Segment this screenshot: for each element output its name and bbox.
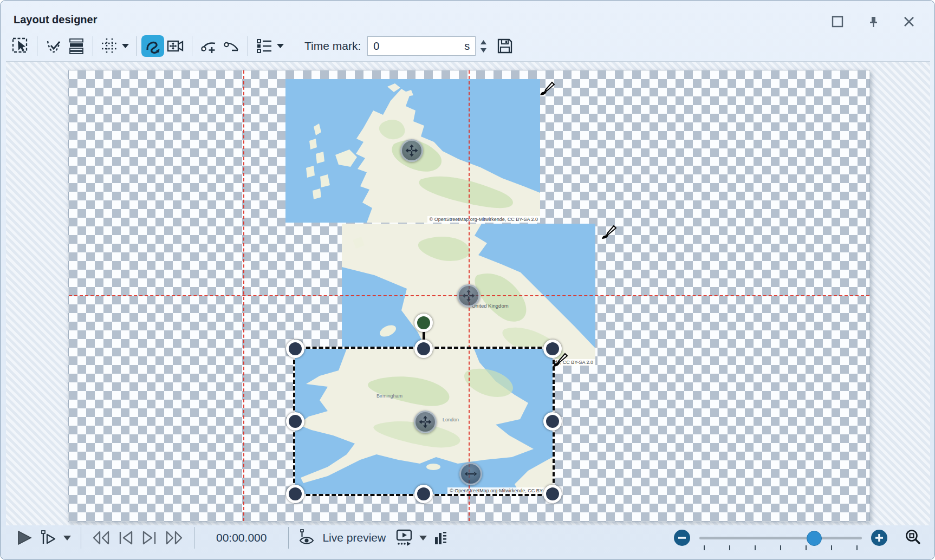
statistics-button[interactable] bbox=[433, 530, 449, 546]
remove-keypoint-icon bbox=[222, 37, 241, 55]
map-move-anchor[interactable] bbox=[400, 139, 423, 162]
to-start-icon bbox=[117, 530, 134, 545]
playback-bar: 00:00.000 Live preview bbox=[1, 522, 934, 554]
main-toolbar: Time mark: 0 s bbox=[9, 32, 926, 60]
time-mark-label: Time mark: bbox=[304, 40, 361, 53]
move-arrows-icon bbox=[404, 142, 420, 159]
fast-forward-icon bbox=[165, 530, 184, 545]
resize-handle-bottom-left[interactable] bbox=[286, 485, 304, 503]
pin-icon bbox=[867, 15, 880, 28]
time-display: 00:00.000 bbox=[216, 531, 267, 544]
zoom-fit-button[interactable] bbox=[904, 529, 923, 547]
layout-designer-window: Layout designer bbox=[0, 0, 935, 560]
horizontal-arrows-icon bbox=[463, 466, 479, 482]
object-list-dropdown-button[interactable] bbox=[277, 44, 284, 48]
preview-window-button[interactable] bbox=[395, 529, 413, 547]
eye-pin-icon bbox=[298, 529, 315, 546]
camera-pan-icon bbox=[166, 37, 185, 55]
object-list-tool-button[interactable] bbox=[253, 35, 276, 57]
motion-path-tool-button[interactable] bbox=[141, 35, 164, 57]
horizontal-resize-anchor[interactable] bbox=[459, 463, 482, 485]
play-from-mark-icon bbox=[40, 530, 57, 546]
canvas-area: © OpenStreetMap.org-Mitwirkende, CC BY-S… bbox=[6, 61, 930, 525]
toolbar-separator bbox=[248, 36, 248, 56]
toolbar-separator bbox=[37, 36, 37, 56]
maximize-icon bbox=[831, 15, 844, 28]
play-button[interactable] bbox=[16, 530, 33, 546]
live-preview-toggle[interactable] bbox=[298, 529, 315, 546]
resize-handle-mid-left[interactable] bbox=[286, 412, 304, 431]
map-attribution: © OpenStreetMap.org-Mitwirkende, CC BY-S… bbox=[427, 216, 540, 223]
next-frame-button[interactable] bbox=[141, 530, 158, 545]
remove-keypoint-tool-button[interactable] bbox=[220, 35, 243, 57]
previous-frame-button[interactable] bbox=[117, 530, 134, 545]
time-mark-unit: s bbox=[464, 40, 470, 53]
paintbrush-icon bbox=[600, 223, 618, 241]
preview-window-icon bbox=[395, 529, 413, 547]
rewind-icon bbox=[91, 530, 111, 545]
resize-handle-top-center[interactable] bbox=[414, 340, 433, 358]
chevron-down-icon bbox=[277, 44, 284, 48]
to-end-icon bbox=[141, 530, 158, 545]
resize-handle-mid-right[interactable] bbox=[543, 412, 562, 431]
bottombar-separator bbox=[288, 527, 289, 549]
select-tool-button[interactable] bbox=[9, 35, 32, 57]
chevron-down-icon bbox=[122, 44, 129, 48]
statistics-icon bbox=[433, 530, 449, 546]
add-keypoint-icon bbox=[199, 37, 218, 55]
object-list-icon bbox=[255, 37, 274, 55]
map-move-anchor[interactable] bbox=[457, 284, 480, 307]
spin-up-button[interactable] bbox=[481, 40, 486, 44]
map-move-anchor[interactable] bbox=[414, 411, 437, 433]
toolbar-separator bbox=[136, 36, 137, 56]
window-title: Layout designer bbox=[14, 14, 97, 26]
time-mark-input[interactable]: 0 s bbox=[367, 36, 476, 56]
resize-handle-bottom-right[interactable] bbox=[543, 485, 562, 503]
resize-handle-bottom-center[interactable] bbox=[414, 485, 433, 503]
time-mark-value: 0 bbox=[373, 40, 464, 53]
grid-icon bbox=[100, 37, 119, 55]
resize-handle-top-right[interactable] bbox=[543, 340, 562, 358]
add-keypoint-tool-button[interactable] bbox=[197, 35, 220, 57]
path-check-icon bbox=[44, 37, 63, 55]
spin-down-button[interactable] bbox=[481, 48, 486, 53]
rotation-handle[interactable] bbox=[414, 314, 433, 332]
camera-pan-tool-button[interactable] bbox=[164, 35, 187, 57]
move-arrows-icon bbox=[460, 288, 477, 304]
path-select-tool-button[interactable] bbox=[42, 35, 65, 57]
zoom-controls bbox=[673, 529, 923, 547]
map-country-label: United Kingdom bbox=[472, 303, 509, 309]
play-from-time-mark-button[interactable] bbox=[40, 530, 57, 546]
close-button[interactable] bbox=[902, 15, 916, 29]
close-icon bbox=[902, 15, 915, 28]
skip-forward-button[interactable] bbox=[165, 530, 184, 545]
select-icon bbox=[11, 37, 30, 55]
skip-backward-button[interactable] bbox=[91, 530, 111, 545]
chevron-down-icon bbox=[63, 536, 71, 541]
zoom-in-button[interactable] bbox=[871, 529, 888, 546]
title-bar: Layout designer bbox=[1, 1, 934, 31]
grid-tool-button[interactable] bbox=[98, 35, 121, 57]
preview-options-dropdown[interactable] bbox=[419, 536, 427, 541]
zoom-out-button[interactable] bbox=[673, 529, 691, 546]
layers-icon bbox=[67, 37, 86, 55]
maximize-button[interactable] bbox=[830, 15, 845, 29]
save-time-mark-button[interactable] bbox=[496, 37, 514, 55]
toolbar-separator bbox=[192, 36, 192, 56]
bottombar-separator bbox=[81, 527, 81, 549]
zoom-slider[interactable] bbox=[699, 537, 862, 539]
layers-tool-button[interactable] bbox=[65, 35, 88, 57]
chevron-down-icon bbox=[419, 536, 427, 541]
toolbar-separator bbox=[93, 36, 93, 56]
stage[interactable]: © OpenStreetMap.org-Mitwirkende, CC BY-S… bbox=[68, 70, 870, 522]
live-preview-label: Live preview bbox=[322, 531, 386, 544]
play-options-dropdown[interactable] bbox=[63, 536, 71, 541]
grid-dropdown-button[interactable] bbox=[122, 44, 129, 48]
pin-button[interactable] bbox=[866, 15, 880, 29]
zoom-slider-ticks bbox=[704, 545, 858, 550]
paintbrush-icon bbox=[538, 79, 556, 97]
resize-handle-top-left[interactable] bbox=[286, 340, 304, 358]
play-icon bbox=[16, 530, 33, 546]
zoom-slider-thumb[interactable] bbox=[807, 531, 822, 546]
save-icon bbox=[496, 37, 514, 55]
